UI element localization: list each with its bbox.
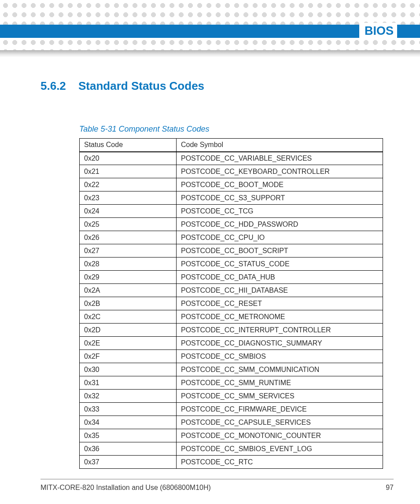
status-code-cell: 0x36 (80, 442, 177, 456)
status-code-cell: 0x33 (80, 403, 177, 416)
code-symbol-cell: POSTCODE_CC_KEYBOARD_CONTROLLER (177, 165, 383, 178)
table-caption: Table 5-31 Component Status Codes (79, 125, 394, 134)
code-symbol-cell: POSTCODE_CC_SMM_SERVICES (177, 390, 383, 403)
status-code-cell: 0x31 (80, 376, 177, 390)
code-symbol-cell: POSTCODE_CC_STATUS_CODE (177, 258, 383, 271)
code-symbol-cell: POSTCODE_CC_SMBIOS (177, 350, 383, 363)
table-row: 0x28POSTCODE_CC_STATUS_CODE (80, 258, 383, 271)
code-symbol-cell: POSTCODE_CC_BOOT_SCRIPT (177, 244, 383, 258)
section-heading: 5.6.2Standard Status Codes (41, 79, 394, 93)
code-symbol-cell: POSTCODE_CC_SMM_COMMUNICATION (177, 363, 383, 376)
status-code-cell: 0x22 (80, 178, 177, 191)
table-header-row: Status Code Code Symbol (80, 139, 383, 152)
table-row: 0x21POSTCODE_CC_KEYBOARD_CONTROLLER (80, 165, 383, 178)
footer-page-number: 97 (386, 484, 394, 492)
code-symbol-cell: POSTCODE_CC_DATA_HUB (177, 271, 383, 284)
code-symbol-cell: POSTCODE_CC_MONOTONIC_COUNTER (177, 429, 383, 442)
status-code-cell: 0x2B (80, 297, 177, 310)
section-number: 5.6.2 (41, 79, 78, 93)
table-row: 0x35POSTCODE_CC_MONOTONIC_COUNTER (80, 429, 383, 442)
page-content: 5.6.2Standard Status Codes Table 5-31 Co… (41, 79, 394, 469)
table-header-cell: Status Code (80, 139, 177, 152)
table-row: 0x26POSTCODE_CC_CPU_IO (80, 231, 383, 244)
code-symbol-cell: POSTCODE_CC_HII_DATABASE (177, 284, 383, 297)
status-code-cell: 0x37 (80, 456, 177, 469)
section-title: Standard Status Codes (78, 79, 204, 92)
status-code-cell: 0x25 (80, 218, 177, 231)
status-code-cell: 0x24 (80, 205, 177, 218)
table-row: 0x23POSTCODE_CC_S3_SUPPORT (80, 191, 383, 205)
table-row: 0x37POSTCODE_CC_RTC (80, 456, 383, 469)
code-symbol-cell: POSTCODE_CC_RTC (177, 456, 383, 469)
table-header-cell: Code Symbol (177, 139, 383, 152)
table-row: 0x2FPOSTCODE_CC_SMBIOS (80, 350, 383, 363)
table-row: 0x33POSTCODE_CC_FIRMWARE_DEVICE (80, 403, 383, 416)
table-row: 0x2CPOSTCODE_CC_METRONOME (80, 310, 383, 324)
code-symbol-cell: POSTCODE_CC_RESET (177, 297, 383, 310)
code-symbol-cell: POSTCODE_CC_SMBIOS_EVENT_LOG (177, 442, 383, 456)
table-row: 0x2DPOSTCODE_CC_INTERRUPT_CONTROLLER (80, 324, 383, 337)
status-code-cell: 0x26 (80, 231, 177, 244)
table-row: 0x20POSTCODE_CC_VARIABLE_SERVICES (80, 152, 383, 165)
status-code-cell: 0x29 (80, 271, 177, 284)
table-row: 0x30POSTCODE_CC_SMM_COMMUNICATION (80, 363, 383, 376)
status-code-cell: 0x21 (80, 165, 177, 178)
code-symbol-cell: POSTCODE_CC_METRONOME (177, 310, 383, 324)
table-row: 0x27POSTCODE_CC_BOOT_SCRIPT (80, 244, 383, 258)
status-code-cell: 0x2C (80, 310, 177, 324)
code-symbol-cell: POSTCODE_CC_INTERRUPT_CONTROLLER (177, 324, 383, 337)
status-code-cell: 0x2E (80, 337, 177, 350)
header-blue-bar: BIOS (0, 25, 420, 38)
status-code-cell: 0x2D (80, 324, 177, 337)
table-row: 0x29POSTCODE_CC_DATA_HUB (80, 271, 383, 284)
code-symbol-cell: POSTCODE_CC_HDD_PASSWORD (177, 218, 383, 231)
status-code-cell: 0x32 (80, 390, 177, 403)
table-row: 0x32POSTCODE_CC_SMM_SERVICES (80, 390, 383, 403)
code-symbol-cell: POSTCODE_CC_TCG (177, 205, 383, 218)
table-row: 0x24POSTCODE_CC_TCG (80, 205, 383, 218)
status-code-cell: 0x2F (80, 350, 177, 363)
status-code-cell: 0x28 (80, 258, 177, 271)
table-row: 0x25POSTCODE_CC_HDD_PASSWORD (80, 218, 383, 231)
code-symbol-cell: POSTCODE_CC_VARIABLE_SERVICES (177, 152, 383, 165)
code-symbol-cell: POSTCODE_CC_DIAGNOSTIC_SUMMARY (177, 337, 383, 350)
status-code-cell: 0x23 (80, 191, 177, 205)
status-code-cell: 0x20 (80, 152, 177, 165)
footer-doc-title: MITX-CORE-820 Installation and Use (6806… (41, 484, 211, 492)
code-symbol-cell: POSTCODE_CC_SMM_RUNTIME (177, 376, 383, 390)
status-code-cell: 0x34 (80, 416, 177, 429)
code-symbol-cell: POSTCODE_CC_CAPSULE_SERVICES (177, 416, 383, 429)
header-gradient-rule (0, 50, 420, 57)
table-row: 0x2APOSTCODE_CC_HII_DATABASE (80, 284, 383, 297)
status-code-cell: 0x2A (80, 284, 177, 297)
status-codes-table: Status Code Code Symbol 0x20POSTCODE_CC_… (79, 138, 383, 469)
status-code-cell: 0x35 (80, 429, 177, 442)
code-symbol-cell: POSTCODE_CC_CPU_IO (177, 231, 383, 244)
page-header: BIOS (0, 25, 420, 57)
page-footer: MITX-CORE-820 Installation and Use (6806… (41, 479, 394, 492)
table-row: 0x2BPOSTCODE_CC_RESET (80, 297, 383, 310)
code-symbol-cell: POSTCODE_CC_FIRMWARE_DEVICE (177, 403, 383, 416)
table-row: 0x31POSTCODE_CC_SMM_RUNTIME (80, 376, 383, 390)
code-symbol-cell: POSTCODE_CC_S3_SUPPORT (177, 191, 383, 205)
table-row: 0x36POSTCODE_CC_SMBIOS_EVENT_LOG (80, 442, 383, 456)
table-row: 0x34POSTCODE_CC_CAPSULE_SERVICES (80, 416, 383, 429)
status-code-cell: 0x27 (80, 244, 177, 258)
code-symbol-cell: POSTCODE_CC_BOOT_MODE (177, 178, 383, 191)
status-code-cell: 0x30 (80, 363, 177, 376)
header-chapter-title: BIOS (359, 23, 397, 39)
table-row: 0x22POSTCODE_CC_BOOT_MODE (80, 178, 383, 191)
table-row: 0x2EPOSTCODE_CC_DIAGNOSTIC_SUMMARY (80, 337, 383, 350)
